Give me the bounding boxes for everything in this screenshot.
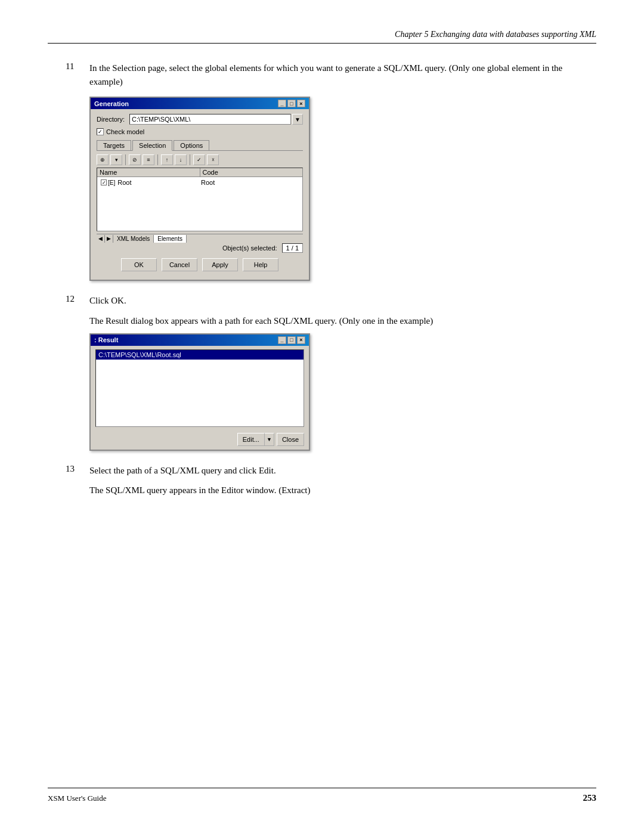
result-maximize-button[interactable]: □	[287, 336, 296, 344]
toolbar-btn-4[interactable]: ↑	[161, 154, 173, 165]
header-text: Chapter 5 Exchanging data with databases…	[395, 30, 596, 39]
result-title: : Result	[94, 336, 118, 343]
maximize-button[interactable]: □	[287, 100, 296, 107]
tab-targets[interactable]: Targets	[97, 140, 131, 150]
toolbar-btn-3[interactable]: ≡	[143, 154, 154, 165]
toolbar-btn-2[interactable]: ⊘	[129, 154, 141, 165]
step-12: 12 Click OK. The Result dialog box appea…	[66, 294, 578, 451]
footer-left: XSM User's Guide	[48, 794, 106, 803]
generation-titlebar: Generation _ □ ×	[91, 98, 309, 109]
scroll-right-btn[interactable]: ▶	[105, 235, 113, 243]
col-header-code: Code	[200, 168, 303, 176]
edit-button[interactable]: Edit...	[237, 433, 265, 446]
result-titlebar-buttons: _ □ ×	[278, 336, 305, 344]
step-number-13: 13	[66, 464, 89, 474]
step-11: 11 In the Selection page, select the glo…	[66, 61, 578, 281]
check-model-label: Check model	[106, 128, 144, 135]
row-checkbox[interactable]: ✓	[101, 179, 107, 185]
generation-dialog: Generation _ □ × Directory:	[89, 97, 310, 281]
step-text-13: Select the path of a SQL/XML query and c…	[89, 464, 276, 478]
table-cell-name: ✓ [E] Root	[100, 179, 200, 186]
generation-title: Generation	[94, 100, 129, 107]
tab-elements[interactable]: Elements	[154, 235, 187, 243]
toolbar-btn-5[interactable]: ↓	[175, 154, 187, 165]
toolbar-dropdown-btn[interactable]: ▾	[110, 154, 122, 165]
row-code: Root	[201, 179, 215, 186]
directory-row: Directory: C:\TEMP\SQL\XML\ ▼	[97, 114, 303, 125]
result-list-item[interactable]: C:\TEMP\SQL\XML\Root.sql	[96, 350, 304, 360]
directory-browse-button[interactable]: ▼	[292, 114, 303, 125]
check-model-checkbox[interactable]: ✓	[97, 128, 104, 135]
tab-xml-models[interactable]: XML Models	[113, 235, 154, 243]
dialog-buttons: OK Cancel Apply Help	[97, 256, 303, 275]
step-text-12b: The Result dialog box appears with a pat…	[89, 316, 578, 326]
step-13: 13 Select the path of a SQL/XML query an…	[66, 464, 578, 496]
directory-label: Directory:	[97, 116, 129, 123]
toolbar-separator-1	[125, 154, 126, 165]
step-text-12: Click OK.	[89, 294, 126, 308]
tab-selection[interactable]: Selection	[132, 140, 172, 151]
row-name: Root	[117, 179, 131, 186]
result-dialog-screenshot: : Result _ □ × C:\TEMP\SQL\XML\Root.sql	[89, 333, 578, 451]
toolbar-separator-2	[157, 154, 158, 165]
toolbar-btn-6[interactable]: ✓	[193, 154, 205, 165]
step-number-11: 11	[66, 61, 89, 72]
table-row[interactable]: ✓ [E] Root Root	[98, 178, 301, 187]
result-list: C:\TEMP\SQL\XML\Root.sql	[95, 349, 304, 427]
result-titlebar: : Result _ □ ×	[91, 335, 309, 346]
page-footer: XSM User's Guide 253	[48, 788, 596, 803]
result-buttons: Edit... ▼ Close	[91, 431, 309, 450]
bottom-tab-strip: ◀ ▶ XML Models Elements	[97, 234, 303, 243]
table-header: Name Code	[97, 168, 302, 177]
selection-table: Name Code ✓ [E] Root	[97, 168, 303, 231]
help-button[interactable]: Help	[243, 258, 278, 271]
table-body: ✓ [E] Root Root	[97, 177, 302, 231]
edit-dropdown-button[interactable]: ▼	[265, 433, 274, 446]
directory-field-group: C:\TEMP\SQL\XML\ ▼	[129, 114, 303, 125]
titlebar-buttons: _ □ ×	[278, 100, 305, 107]
close-button[interactable]: ×	[297, 100, 305, 107]
toolbar-btn-7[interactable]: ☓	[207, 154, 219, 165]
status-value: 1 / 1	[282, 243, 303, 253]
step-text-11: In the Selection page, select the global…	[89, 61, 578, 88]
cancel-button[interactable]: Cancel	[162, 258, 197, 271]
close-button[interactable]: Close	[277, 433, 304, 446]
directory-input[interactable]: C:\TEMP\SQL\XML\	[129, 114, 291, 125]
col-header-name: Name	[97, 168, 200, 176]
edit-button-group: Edit... ▼	[237, 433, 274, 446]
toolbar-row: ⊕ ▾ ⊘ ≡ ↑ ↓ ✓ ☓	[97, 154, 303, 165]
minimize-button[interactable]: _	[278, 100, 286, 107]
result-dialog: : Result _ □ × C:\TEMP\SQL\XML\Root.sql	[89, 333, 310, 451]
tab-strip: Targets Selection Options	[97, 140, 303, 151]
page-number: 253	[583, 793, 597, 803]
check-model-row: ✓ Check model	[97, 128, 303, 135]
result-close-button[interactable]: ×	[297, 336, 305, 344]
step-number-12: 12	[66, 294, 89, 304]
generation-dialog-body: Directory: C:\TEMP\SQL\XML\ ▼ ✓ Ch	[91, 109, 309, 280]
apply-button[interactable]: Apply	[202, 258, 238, 271]
toolbar-btn-1[interactable]: ⊕	[97, 154, 109, 165]
status-row: Object(s) selected: 1 / 1	[97, 243, 303, 253]
status-label: Object(s) selected:	[222, 244, 277, 252]
table-cell-code: Root	[200, 179, 300, 186]
generation-dialog-screenshot: Generation _ □ × Directory:	[89, 97, 578, 281]
page-header: Chapter 5 Exchanging data with databases…	[48, 30, 596, 44]
ok-button[interactable]: OK	[121, 258, 157, 271]
scroll-left-btn[interactable]: ◀	[97, 235, 105, 243]
result-minimize-button[interactable]: _	[278, 336, 286, 344]
row-icon: [E]	[108, 179, 115, 186]
tab-options[interactable]: Options	[174, 140, 209, 150]
toolbar-separator-3	[190, 154, 190, 165]
step-text-13b: The SQL/XML query appears in the Editor …	[89, 485, 578, 496]
